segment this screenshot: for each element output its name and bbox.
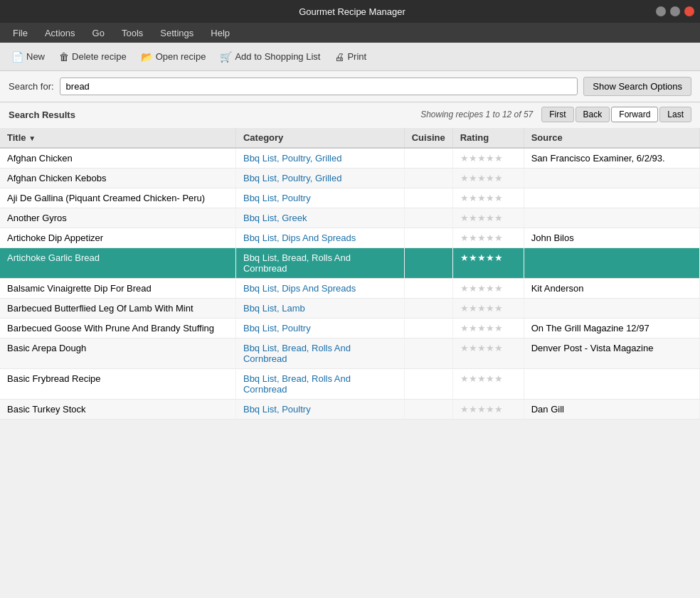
rating-stars[interactable]: ★★★★★ [460,373,516,384]
star-5[interactable]: ★ [494,283,503,294]
table-row[interactable]: Artichoke Dip AppetizerBbq List, Dips An… [0,228,700,248]
menu-actions[interactable]: Actions [38,26,83,40]
cell-rating[interactable]: ★★★★★ [452,208,524,228]
star-1[interactable]: ★ [460,343,469,353]
star-2[interactable]: ★ [469,173,477,183]
category-link[interactable]: Bbq List, Bread, Rolls And Cornbread [243,343,351,364]
table-row[interactable]: Basic Turkey StockBbq List, Poultry★★★★★… [0,400,700,420]
star-4[interactable]: ★ [486,252,494,263]
table-row[interactable]: Artichoke Garlic BreadBbq List, Bread, R… [0,248,700,279]
star-4[interactable]: ★ [486,173,494,183]
star-1[interactable]: ★ [460,233,469,243]
star-2[interactable]: ★ [469,323,477,333]
new-button[interactable]: New [6,48,51,65]
category-link[interactable]: Bbq List, Poultry [243,193,311,203]
star-5[interactable]: ★ [494,343,503,353]
star-2[interactable]: ★ [469,193,477,203]
rating-stars[interactable]: ★★★★★ [460,213,516,223]
minimize-button[interactable] [656,6,666,16]
rating-stars[interactable]: ★★★★★ [460,193,516,203]
forward-page-button[interactable]: Forward [611,107,658,122]
close-button[interactable] [684,6,694,16]
star-1[interactable]: ★ [460,173,469,183]
star-4[interactable]: ★ [486,213,494,223]
star-2[interactable]: ★ [469,233,477,243]
star-1[interactable]: ★ [460,404,469,415]
rating-stars[interactable]: ★★★★★ [460,323,516,333]
category-link[interactable]: Bbq List, Bread, Rolls And Cornbread [243,373,351,395]
delete-recipe-button[interactable]: Delete recipe [53,48,132,65]
column-header-source[interactable]: Source [524,128,699,148]
star-4[interactable]: ★ [486,303,494,314]
back-page-button[interactable]: Back [576,107,610,122]
rating-stars[interactable]: ★★★★★ [460,343,516,353]
search-input[interactable] [60,78,578,95]
menu-tools[interactable]: Tools [115,26,150,40]
cell-rating[interactable]: ★★★★★ [452,228,524,248]
category-link[interactable]: Bbq List, Greek [243,213,307,223]
menu-help[interactable]: Help [203,26,237,40]
category-link[interactable]: Bbq List, Lamb [243,303,305,314]
star-1[interactable]: ★ [460,303,469,314]
star-2[interactable]: ★ [469,283,477,294]
star-3[interactable]: ★ [477,173,486,183]
star-5[interactable]: ★ [494,252,503,263]
category-link[interactable]: Bbq List, Dips And Spreads [243,283,356,294]
category-link[interactable]: Bbq List, Dips And Spreads [243,233,356,243]
table-row[interactable]: Another GyrosBbq List, Greek★★★★★ [0,208,700,228]
cell-rating[interactable]: ★★★★★ [452,248,524,279]
star-5[interactable]: ★ [494,404,503,415]
star-1[interactable]: ★ [460,213,469,223]
star-5[interactable]: ★ [494,323,503,333]
star-1[interactable]: ★ [460,373,469,384]
star-5[interactable]: ★ [494,303,503,314]
rating-stars[interactable]: ★★★★★ [460,404,516,415]
first-page-button[interactable]: First [541,107,573,122]
cell-rating[interactable]: ★★★★★ [452,188,524,208]
star-3[interactable]: ★ [477,303,486,314]
rating-stars[interactable]: ★★★★★ [460,173,516,183]
star-3[interactable]: ★ [477,193,486,203]
category-link[interactable]: Bbq List, Poultry [243,323,311,333]
menu-go[interactable]: Go [85,26,112,40]
star-5[interactable]: ★ [494,373,503,384]
rating-stars[interactable]: ★★★★★ [460,303,516,314]
star-1[interactable]: ★ [460,153,469,164]
star-5[interactable]: ★ [494,153,503,164]
table-row[interactable]: Balsamic Vinaigrette Dip For BreadBbq Li… [0,279,700,299]
star-3[interactable]: ★ [477,233,486,243]
cell-rating[interactable]: ★★★★★ [452,338,524,369]
star-4[interactable]: ★ [486,193,494,203]
category-link[interactable]: Bbq List, Bread, Rolls And Cornbread [243,252,351,274]
star-2[interactable]: ★ [469,373,477,384]
table-row[interactable]: Basic Frybread RecipeBbq List, Bread, Ro… [0,369,700,400]
category-link[interactable]: Bbq List, Poultry [243,404,311,415]
star-3[interactable]: ★ [477,153,486,164]
cell-rating[interactable]: ★★★★★ [452,148,524,169]
table-row[interactable]: Barbecued Butterflied Leg Of Lamb With M… [0,299,700,319]
restore-button[interactable] [670,6,680,16]
rating-stars[interactable]: ★★★★★ [460,283,516,294]
star-1[interactable]: ★ [460,193,469,203]
star-5[interactable]: ★ [494,213,503,223]
column-header-category[interactable]: Category [235,128,404,148]
star-1[interactable]: ★ [460,252,469,263]
star-3[interactable]: ★ [477,373,486,384]
cell-rating[interactable]: ★★★★★ [452,169,524,188]
table-row[interactable]: Barbecued Goose With Prune And Brandy St… [0,319,700,338]
table-row[interactable]: Afghan ChickenBbq List, Poultry, Grilled… [0,148,700,169]
star-2[interactable]: ★ [469,252,477,263]
star-4[interactable]: ★ [486,153,494,164]
star-4[interactable]: ★ [486,404,494,415]
star-4[interactable]: ★ [486,373,494,384]
menu-settings[interactable]: Settings [153,26,201,40]
show-search-options-button[interactable]: Show Search Options [583,77,691,96]
star-2[interactable]: ★ [469,404,477,415]
last-page-button[interactable]: Last [659,107,691,122]
open-recipe-button[interactable]: Open recipe [135,48,212,65]
column-header-cuisine[interactable]: Cuisine [404,128,452,148]
star-2[interactable]: ★ [469,343,477,353]
column-header-rating[interactable]: Rating [452,128,524,148]
star-1[interactable]: ★ [460,323,469,333]
star-3[interactable]: ★ [477,283,486,294]
